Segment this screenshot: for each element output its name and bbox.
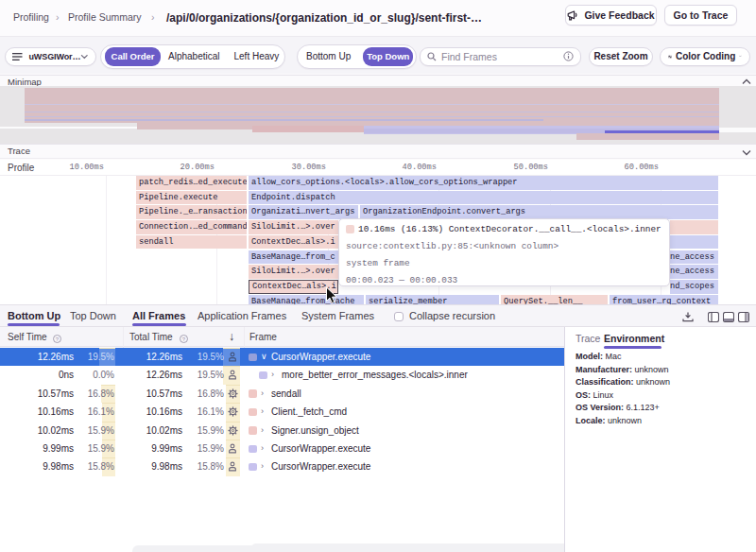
svg-text:?: ? bbox=[56, 336, 60, 342]
svg-text:?: ? bbox=[182, 336, 186, 342]
